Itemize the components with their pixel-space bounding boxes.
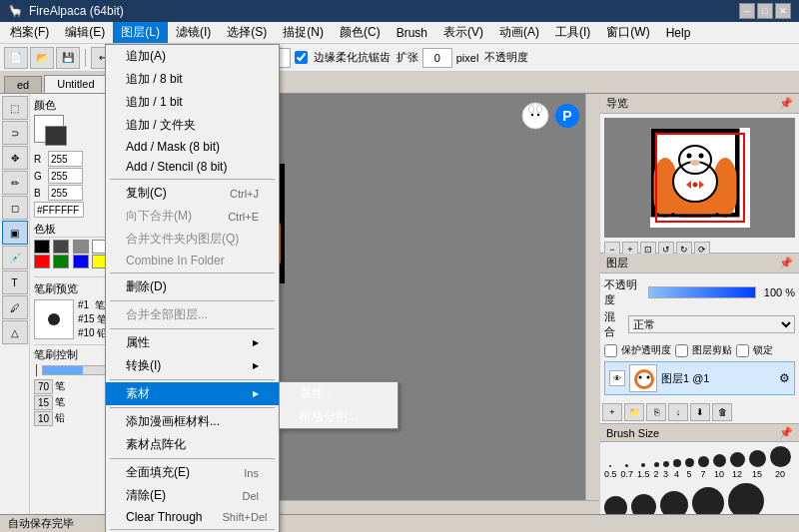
navigator-pin[interactable]: 📌 (779, 97, 793, 110)
menu-add-stencil[interactable]: Add / Stencil (8 bit) (106, 157, 279, 177)
menu-edit[interactable]: 编辑(E) (57, 22, 113, 43)
menu-add-1bit[interactable]: 追加 / 1 bit (106, 91, 279, 114)
menu-capture[interactable]: 描捉(N) (275, 22, 332, 43)
menu-animation[interactable]: 动画(A) (491, 22, 547, 43)
lock-checkbox[interactable] (736, 344, 749, 357)
menu-combine-folder[interactable]: Combine In Folder (106, 251, 279, 270)
brush-size-4[interactable]: 4 (673, 459, 681, 479)
menu-fill[interactable]: 全面填充(E) Ins (106, 461, 279, 484)
tool-eraser[interactable]: ◻ (2, 196, 28, 220)
clip-checkbox[interactable] (675, 344, 688, 357)
menu-clear[interactable]: 清除(E) Del (106, 484, 279, 507)
tool-lasso[interactable]: ⊃ (2, 121, 28, 145)
hex-input[interactable] (34, 202, 84, 218)
brush-size-2[interactable]: 2 (654, 462, 659, 479)
brush-size-10[interactable]: 10 (713, 454, 726, 479)
g-input[interactable] (48, 168, 83, 184)
pen-mode-btn[interactable]: 70 (34, 379, 53, 394)
minimize-button[interactable]: ─ (739, 3, 755, 19)
opacity-bar[interactable] (648, 286, 756, 298)
tool-fill[interactable]: ▣ (2, 221, 28, 245)
menu-view[interactable]: 表示(V) (435, 22, 491, 43)
palette-cell[interactable] (34, 240, 50, 254)
menu-add[interactable]: 追加(A) (106, 45, 279, 68)
tool-select[interactable]: ⬚ (2, 96, 28, 120)
add-folder-btn[interactable]: 📁 (624, 403, 644, 421)
blend-select[interactable]: 正常 (628, 315, 795, 333)
menu-add-mask[interactable]: Add / Mask (8 bit) (106, 137, 279, 157)
brush-size-20[interactable]: 20 (770, 446, 791, 479)
menu-select[interactable]: 选择(S) (219, 22, 275, 43)
menu-properties[interactable]: 属性 ▶ (106, 331, 279, 354)
toolbar-new[interactable]: 📄 (4, 47, 28, 69)
brush-size-0.7[interactable]: 0.7 (621, 464, 634, 479)
tool-move[interactable]: ✥ (2, 146, 28, 170)
antialias-checkbox[interactable] (295, 51, 308, 64)
tool-shape[interactable]: △ (2, 320, 28, 344)
submenu-split[interactable]: 框格分割... (280, 405, 398, 428)
tab-untitled[interactable]: Untitled (44, 75, 107, 93)
menu-rasterize[interactable]: 素材点阵化 (106, 433, 279, 456)
brush-size-7[interactable]: 7 (698, 456, 709, 479)
palette-cell[interactable] (53, 240, 69, 254)
b-input[interactable] (48, 185, 83, 201)
vertical-scrollbar[interactable] (585, 94, 599, 500)
maximize-button[interactable]: □ (757, 3, 773, 19)
menu-add-8bit[interactable]: 追加 / 8 bit (106, 68, 279, 91)
menu-color[interactable]: 颜色(C) (332, 22, 389, 43)
pen-mode-btn2[interactable]: 15 (34, 395, 53, 410)
r-input[interactable] (48, 151, 83, 167)
brush-size-1.5[interactable]: 1.5 (637, 463, 650, 479)
menu-add-manga[interactable]: 添加漫画框材料... (106, 410, 279, 433)
menu-merge-down[interactable]: 向下合并(M) Ctrl+E (106, 205, 279, 228)
expand-input[interactable] (422, 48, 452, 68)
layer-gear-icon[interactable]: ⚙ (779, 371, 790, 385)
palette-cell[interactable] (34, 255, 50, 268)
submenu-properties[interactable]: 属性... (280, 382, 398, 405)
layers-pin[interactable]: 📌 (779, 257, 793, 269)
menu-merge-folder[interactable]: 合并文件夹内图层(Q) (106, 228, 279, 251)
toolbar-open[interactable]: 📂 (30, 47, 54, 69)
menu-brush[interactable]: Brush (389, 24, 435, 42)
protect-transparency-checkbox[interactable] (604, 344, 617, 357)
menu-file[interactable]: 档案(F) (2, 22, 57, 43)
add-layer-btn[interactable]: + (602, 403, 622, 421)
layer-merge-btn[interactable]: ⬇ (690, 403, 710, 421)
tool-brush[interactable]: ✏ (2, 171, 28, 195)
palette-cell[interactable] (73, 255, 89, 268)
menu-help[interactable]: Help (658, 24, 699, 42)
delete-layer-btn[interactable]: 🗑 (712, 403, 732, 421)
close-button[interactable]: ✕ (775, 3, 791, 19)
palette-cell[interactable] (73, 240, 89, 254)
brush-size-0.5[interactable]: 0.5 (604, 465, 617, 479)
brush-panel-pin[interactable]: 📌 (779, 426, 793, 439)
pen-mode-btn3[interactable]: 10 (34, 411, 53, 426)
layer-item[interactable]: 👁 图层1 @1 ⚙ (604, 361, 795, 395)
layer-eye-icon[interactable]: 👁 (609, 370, 625, 386)
menu-merge-all[interactable]: 合并全部图层... (106, 303, 279, 326)
layer-copy-btn[interactable]: ⎘ (646, 403, 666, 421)
tab-ed[interactable]: ed (4, 76, 42, 93)
brush-size-5[interactable]: 5 (685, 458, 694, 479)
menu-tools[interactable]: 工具(I) (547, 22, 598, 43)
menu-layer[interactable]: 图层(L) (113, 22, 168, 43)
brush-size-12[interactable]: 12 (730, 452, 745, 479)
menu-delete[interactable]: 删除(D) (106, 275, 279, 298)
toolbar-save[interactable]: 💾 (56, 47, 80, 69)
tool-text[interactable]: T (2, 270, 28, 294)
window-controls[interactable]: ─ □ ✕ (739, 3, 791, 19)
palette-cell[interactable] (53, 255, 69, 268)
menu-add-folder[interactable]: 追加 / 文件夹 (106, 114, 279, 137)
brush-size-15[interactable]: 15 (749, 450, 766, 479)
menu-duplicate[interactable]: 复制(C) Ctrl+J (106, 182, 279, 205)
layer-down-btn[interactable]: ↓ (668, 403, 688, 421)
menu-clear-through[interactable]: Clear Through Shift+Del (106, 507, 279, 527)
tool-eyedropper[interactable]: 💉 (2, 246, 28, 269)
menu-filter[interactable]: 滤镜(I) (168, 22, 219, 43)
menu-transform[interactable]: 转换(I) ▶ (106, 354, 279, 377)
menu-material[interactable]: 素材 ▶ 属性... 框格分割... (106, 382, 279, 405)
brush-size-3[interactable]: 3 (663, 461, 669, 479)
fg-color-swatch[interactable] (34, 115, 64, 143)
menu-window[interactable]: 窗口(W) (598, 22, 657, 43)
tool-pen[interactable]: 🖊 (2, 295, 28, 319)
